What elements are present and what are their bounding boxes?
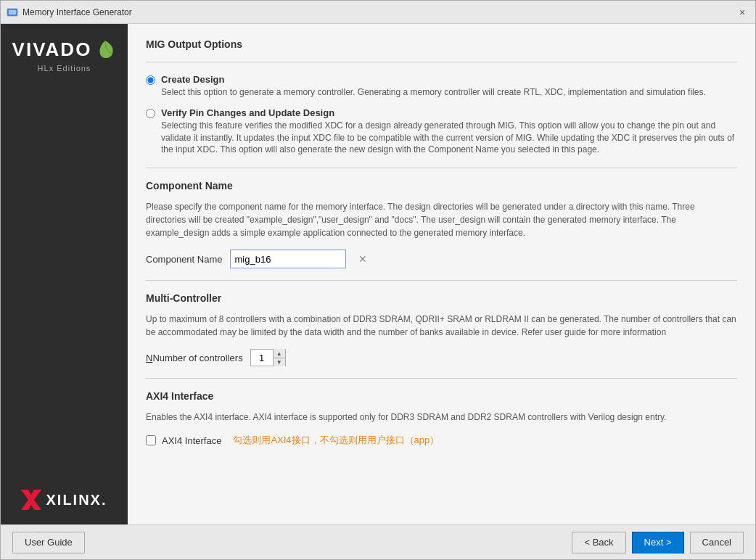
num-controllers-spinner: ▲ ▼ — [250, 349, 286, 366]
vivado-logo: VIVADO HLx Editions — [12, 38, 117, 73]
axi4-checkbox-row: AXI4 Interface 勾选则用AXI4接口，不勾选则用用户接口（app） — [146, 434, 737, 447]
title-bar: Memory Interface Generator × — [1, 1, 755, 24]
axi4-annotation: 勾选则用AXI4接口，不勾选则用用户接口（app） — [233, 434, 439, 447]
vivado-leaf-icon — [94, 39, 116, 61]
cancel-button[interactable]: Cancel — [690, 532, 744, 553]
spinner-up-button[interactable]: ▲ — [274, 349, 285, 358]
divider-axi4 — [146, 378, 737, 379]
radio-verify-design[interactable] — [146, 109, 155, 118]
divider-mig — [146, 62, 737, 62]
axi4-checkbox[interactable] — [146, 435, 156, 445]
num-controllers-label: NNumber of controllers — [146, 353, 243, 363]
axi4-desc: Enables the AXI4 interface. AXI4 interfa… — [146, 411, 737, 424]
content-area: MIG Output Options Create Design Select … — [128, 24, 755, 524]
radio-create-design[interactable] — [146, 75, 155, 85]
spinner-buttons: ▲ ▼ — [273, 349, 285, 366]
clear-icon[interactable]: ✕ — [357, 253, 369, 265]
num-controllers-row: NNumber of controllers ▲ ▼ — [146, 349, 737, 366]
axi4-title: AXI4 Interface — [146, 390, 737, 402]
spinner-down-button[interactable]: ▼ — [274, 358, 285, 366]
bottom-right-buttons: < Back Next > Cancel — [572, 532, 744, 553]
radio-verify-desc: Selecting this feature verifies the modi… — [161, 120, 734, 155]
vivado-brand: VIVADO — [12, 38, 117, 61]
radio-verify-label: Verify Pin Changes and Update Design — [161, 107, 737, 118]
multi-controller-desc: Up to maximum of 8 controllers with a co… — [146, 313, 737, 339]
main-content: VIVADO HLx Editions XILINX. — [1, 24, 755, 524]
radio-item-verify: Verify Pin Changes and Update Design Sel… — [146, 107, 737, 156]
divider-component — [146, 168, 737, 168]
xilinx-x-icon — [21, 490, 41, 510]
xilinx-brand: XILINX. — [46, 492, 107, 508]
axi4-checkbox-label: AXI4 Interface — [162, 435, 221, 446]
radio-item-create: Create Design Select this option to gene… — [146, 74, 737, 99]
sidebar: VIVADO HLx Editions XILINX. — [1, 24, 128, 524]
back-button[interactable]: < Back — [572, 532, 625, 553]
component-name-input-wrapper: ✕ — [230, 250, 346, 268]
component-name-label: Component Name — [146, 254, 223, 265]
component-name-field-row: Component Name ✕ — [146, 250, 737, 268]
close-button[interactable]: × — [735, 5, 749, 20]
main-window: Memory Interface Generator × VIVADO HLx … — [0, 0, 756, 560]
vivado-sub: HLx Editions — [38, 64, 91, 73]
window-title: Memory Interface Generator — [22, 7, 132, 17]
svg-rect-1 — [9, 10, 16, 15]
bottom-bar: User Guide < Back Next > Cancel — [1, 524, 755, 559]
title-bar-left: Memory Interface Generator — [7, 7, 132, 18]
component-name-title: Component Name — [146, 180, 737, 192]
window-icon — [7, 7, 18, 18]
num-controllers-input[interactable] — [251, 351, 273, 365]
component-name-desc: Please specify the component name for th… — [146, 200, 737, 239]
divider-multicontroller — [146, 280, 737, 281]
next-button[interactable]: Next > — [632, 532, 684, 553]
radio-create-desc: Select this option to generate a memory … — [161, 87, 706, 97]
radio-create-label: Create Design — [161, 74, 706, 85]
xilinx-logo-area: XILINX. — [21, 490, 107, 510]
svg-marker-2 — [21, 490, 41, 510]
radio-group: Create Design Select this option to gene… — [146, 74, 737, 156]
xilinx-logo: XILINX. — [21, 490, 107, 510]
mig-output-title: MIG Output Options — [146, 38, 737, 50]
component-name-input[interactable] — [235, 254, 357, 265]
num-controllers-label-underline: N — [146, 353, 152, 363]
multi-controller-title: Multi-Controller — [146, 292, 737, 304]
user-guide-button[interactable]: User Guide — [12, 532, 85, 553]
